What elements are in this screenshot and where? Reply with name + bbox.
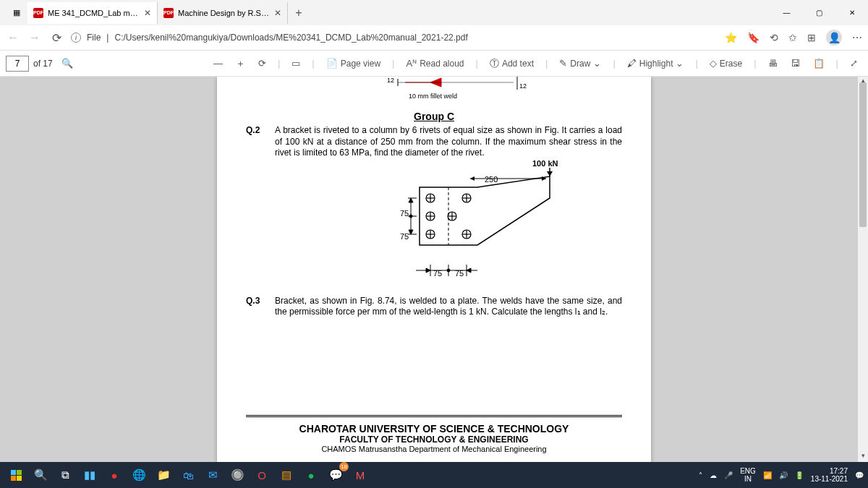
taskbar-search-icon[interactable]: 🔍 [29, 463, 52, 487]
add-text-button[interactable]: ⓉAdd text [485, 54, 538, 73]
page-footer: CHAROTAR UNIVERSITY OF SCIENCE & TECHNOL… [246, 415, 622, 453]
save-as-button[interactable]: 📋 [809, 55, 829, 72]
rotate-button[interactable]: ⟳ [254, 55, 271, 72]
opera-icon[interactable]: O [250, 463, 273, 487]
fit-page-button[interactable]: ▭ [287, 55, 305, 72]
language-indicator[interactable]: ENG IN [740, 467, 756, 483]
read-mode-icon[interactable]: ⭐ [725, 32, 737, 43]
minimize-button[interactable]: — [770, 0, 803, 25]
more-icon[interactable]: ⋯ [852, 32, 862, 43]
caption: 10 mm fillet weld [409, 93, 457, 100]
whatsapp-icon[interactable]: 💬 [324, 463, 347, 487]
page-number-input[interactable] [6, 56, 29, 72]
app-icon[interactable]: M [349, 463, 372, 487]
erase-button[interactable]: ◇Erase [705, 55, 746, 72]
print-button[interactable]: 🖶 [764, 55, 782, 72]
back-button[interactable]: ← [6, 31, 20, 44]
tab-close-icon[interactable]: ✕ [274, 8, 281, 18]
tag-icon[interactable]: 🔖 [747, 32, 760, 43]
app-tabs-icon[interactable]: ▦ [6, 2, 27, 24]
mic-icon[interactable]: 🎤 [724, 471, 733, 479]
question-text: A bracket is riveted to a column by 6 ri… [275, 125, 622, 159]
question-text: Bracket, as shown in Fig. 8.74, is welde… [275, 296, 622, 318]
scroll-down-icon[interactable]: ▾ [858, 452, 868, 462]
pdf-icon: PDF [33, 8, 43, 18]
zoom-out-button[interactable]: — [209, 55, 227, 72]
app-icon[interactable]: ▤ [275, 463, 298, 487]
tab-title: ME 341_DCMD_Lab manual_202 [48, 9, 140, 17]
spotify-icon[interactable]: ● [299, 463, 323, 487]
group-heading: Group C [246, 111, 622, 122]
clock[interactable]: 17:27 13-11-2021 [811, 467, 848, 483]
start-button[interactable] [4, 463, 27, 487]
highlight-button[interactable]: 🖍Highlight ⌄ [623, 55, 689, 72]
forward-button[interactable]: → [27, 31, 42, 44]
tab-title: Machine Design by R.S.KHURMI [178, 9, 270, 17]
app-icon[interactable]: ● [103, 463, 126, 487]
app-icon[interactable]: ▮▮ [78, 463, 101, 487]
chevron-up-icon[interactable]: ˄ [699, 471, 702, 479]
save-button[interactable]: 🖫 [786, 55, 804, 72]
tab-pdf-2[interactable]: PDF Machine Design by R.S.KHURMI ✕ [158, 2, 288, 24]
tab-close-icon[interactable]: ✕ [144, 8, 151, 18]
favorites-icon[interactable]: ✩ [788, 32, 797, 43]
address-field[interactable]: i File | C:/Users/kenil%20mangukiya/Down… [71, 33, 718, 43]
taskbar: 🔍 ⧉ ▮▮ ● 🌐 📁 🛍 ✉ 🔘 O ▤ ● 💬 M ˄ ☁ 🎤 ENG I… [0, 462, 868, 488]
info-icon: i [71, 33, 81, 43]
notification-icon[interactable]: 💬 [855, 471, 864, 479]
file-label: File [87, 33, 101, 43]
refresh-button[interactable]: ⟳ [49, 31, 64, 45]
read-aloud-button[interactable]: AᴺRead aloud [401, 55, 468, 72]
search-icon[interactable]: 🔍 [57, 55, 77, 72]
mail-icon[interactable]: ✉ [201, 463, 224, 487]
question-number: Q.3 [246, 296, 275, 318]
figure-q2: 100 kN 250 75 75 75 75 [275, 162, 622, 296]
task-view-icon[interactable]: ⧉ [54, 463, 77, 487]
file-path: C:/Users/kenil%20mangukiya/Downloads/ME%… [114, 33, 467, 43]
pdf-viewport[interactable]: 12 12 10 mm fillet weld Group C Q.2 A br… [0, 77, 868, 462]
page-view-button[interactable]: 📄Page view [322, 55, 385, 72]
battery-icon[interactable]: 🔋 [795, 471, 804, 479]
store-icon[interactable]: 🛍 [176, 463, 200, 487]
wifi-icon[interactable]: 📶 [763, 471, 772, 479]
question-number: Q.2 [246, 125, 275, 159]
draw-button[interactable]: ✎Draw ⌄ [555, 55, 605, 72]
svg-point-33 [447, 269, 450, 272]
pdf-icon: PDF [163, 8, 174, 18]
fullscreen-button[interactable]: ⤢ [846, 55, 862, 72]
file-explorer-icon[interactable]: 📁 [152, 463, 175, 487]
volume-icon[interactable]: 🔊 [779, 471, 788, 479]
pdf-page: 12 12 10 mm fillet weld Group C Q.2 A br… [217, 77, 651, 462]
edge-icon[interactable]: 🌐 [127, 463, 150, 487]
vertical-scrollbar[interactable]: ▴ ▾ [858, 77, 868, 462]
collections-icon[interactable]: ⊞ [807, 32, 816, 43]
zoom-in-button[interactable]: ＋ [231, 54, 250, 73]
new-tab-button[interactable]: + [288, 7, 310, 20]
profile-avatar[interactable]: 👤 [826, 30, 842, 46]
maximize-button[interactable]: ▢ [803, 0, 835, 25]
page-count: of 17 [33, 59, 53, 69]
svg-point-28 [409, 215, 412, 218]
app-icon[interactable]: 🔘 [226, 463, 249, 487]
close-window-button[interactable]: ✕ [835, 0, 868, 25]
onedrive-icon[interactable]: ☁ [710, 471, 717, 479]
tab-pdf-1[interactable]: PDF ME 341_DCMD_Lab manual_202 ✕ [27, 2, 158, 24]
sync-icon[interactable]: ⟲ [770, 32, 778, 43]
scrollbar-thumb[interactable] [859, 82, 867, 227]
